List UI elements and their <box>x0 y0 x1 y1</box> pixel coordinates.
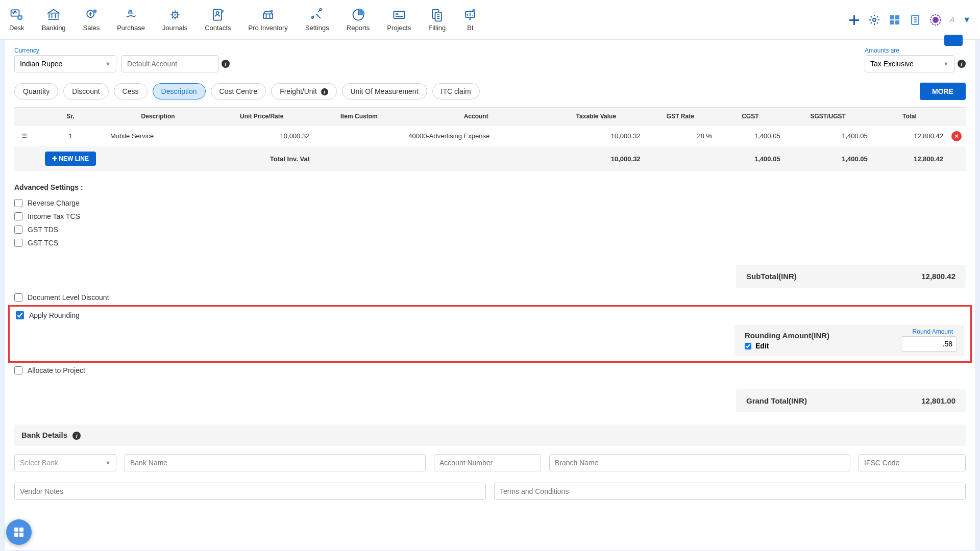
nav-inventory[interactable]: Pro Inventory <box>249 8 288 32</box>
chip-discount[interactable]: Discount <box>63 83 108 99</box>
plus-icon[interactable] <box>848 14 860 26</box>
svg-point-3 <box>93 10 96 13</box>
chevron-down-icon: ▼ <box>943 61 949 67</box>
svg-rect-23 <box>890 20 894 24</box>
th-gst: GST Rate <box>645 108 716 126</box>
svg-rect-24 <box>895 20 899 24</box>
purchase-icon <box>124 8 138 22</box>
cb-gst-tds[interactable]: GST TDS <box>14 223 716 236</box>
clipboard-icon[interactable] <box>909 14 921 26</box>
inventory-icon <box>261 8 275 22</box>
subtotal-card: SubTotal(INR) 12,800.42 <box>736 265 966 288</box>
chip-itc[interactable]: ITC claim <box>432 83 480 99</box>
th-total: Total <box>872 108 947 126</box>
bank-select[interactable]: Select Bank▼ <box>14 454 116 471</box>
cb-doc-discount[interactable]: Document Level Discount <box>14 291 966 304</box>
delete-row-icon[interactable]: ✕ <box>951 131 962 141</box>
svg-rect-28 <box>14 528 18 532</box>
amounts-are-select[interactable]: Tax Exclusive▼ <box>865 55 954 72</box>
sales-icon <box>84 8 99 22</box>
th-taxable: Taxable Value <box>548 108 645 126</box>
amounts-are-label: Amounts are <box>865 47 966 54</box>
main-content: Currency Indian Rupee▼ i Amounts are Tax… <box>5 40 975 550</box>
branch-name-input[interactable] <box>549 454 850 471</box>
svg-rect-21 <box>890 15 894 19</box>
grandtotal-card: Grand Total(INR) 12,801.00 <box>736 389 966 412</box>
th-account: Account <box>404 108 548 126</box>
cb-apply-rounding[interactable]: Apply Rounding <box>16 309 80 322</box>
filling-icon <box>430 8 444 22</box>
chip-freight[interactable]: Freight/Unit i <box>271 83 336 100</box>
nav-filling[interactable]: Filling <box>428 8 446 32</box>
nav-reports[interactable]: Reports <box>347 8 370 32</box>
svg-point-8 <box>216 12 218 14</box>
chip-description[interactable]: Description <box>153 83 206 99</box>
th-unit: Unit Price/Rate <box>210 108 313 126</box>
info-icon[interactable]: i <box>958 60 966 68</box>
chip-costcentre[interactable]: Cost Centre <box>211 83 266 99</box>
cb-gst-tcs[interactable]: GST TCS <box>14 236 716 249</box>
nav-sales[interactable]: Sales <box>83 8 100 32</box>
top-nav: Desk Banking Sales Purchase Journals Con… <box>0 0 980 40</box>
nav-contacts[interactable]: Contacts <box>205 8 231 32</box>
th-cgst: CGST <box>716 108 785 126</box>
cb-reverse-charge[interactable]: Reverse Charge <box>14 196 716 210</box>
bi-icon <box>463 8 477 22</box>
svg-point-11 <box>271 10 273 12</box>
info-icon[interactable]: i <box>222 60 230 68</box>
chip-quantity[interactable]: Quantity <box>14 83 58 99</box>
projects-icon <box>392 8 406 22</box>
nav-left: Desk Banking Sales Purchase Journals Con… <box>9 8 477 32</box>
cb-allocate-project[interactable]: Allocate to Project <box>14 364 966 377</box>
corner-badge <box>944 35 963 46</box>
round-amount-input[interactable] <box>901 336 957 352</box>
bank-icon <box>46 8 61 22</box>
nav-settings[interactable]: Settings <box>305 8 329 32</box>
grid-icon <box>13 526 25 538</box>
nav-projects[interactable]: Projects <box>387 8 411 32</box>
cb-income-tcs[interactable]: Income Tax TCS <box>14 210 716 223</box>
gear-icon[interactable] <box>868 14 880 26</box>
th-custom: Item Custom <box>313 108 404 126</box>
default-account-input[interactable] <box>121 55 218 72</box>
user-initial[interactable]: A <box>950 16 954 23</box>
svg-point-20 <box>873 18 876 21</box>
info-icon: i <box>321 88 328 95</box>
svg-point-19 <box>473 9 475 12</box>
nav-banking[interactable]: Banking <box>42 8 66 32</box>
column-chips: Quantity Discount Cess Description Cost … <box>14 80 966 103</box>
terms-input[interactable] <box>494 483 966 500</box>
nav-journals[interactable]: Journals <box>162 8 187 32</box>
svg-rect-10 <box>263 14 273 18</box>
round-amount-label: Round Amount <box>913 328 953 335</box>
new-line-button[interactable]: ✚ NEW LINE <box>45 152 96 166</box>
desk-icon <box>10 8 24 22</box>
chip-uom[interactable]: Unit Of Measurement <box>342 83 427 99</box>
rounding-card: Round Amount Rounding Amount(INR) Edit <box>734 325 964 356</box>
amounts-are-field: Amounts are Tax Exclusive▼ i <box>865 47 966 72</box>
svg-point-9 <box>221 10 224 12</box>
svg-point-12 <box>320 9 322 11</box>
vendor-notes-input[interactable] <box>14 483 486 500</box>
fab-apps[interactable] <box>6 519 32 545</box>
drag-icon[interactable]: ≡ <box>22 131 28 141</box>
currency-select[interactable]: Indian Rupee▼ <box>14 55 116 72</box>
user-menu-caret[interactable]: ▼ <box>963 15 971 24</box>
more-button[interactable]: MORE <box>920 83 966 100</box>
nav-purchase[interactable]: Purchase <box>117 8 145 32</box>
calculator-icon[interactable] <box>889 14 901 26</box>
nav-bi[interactable]: BI <box>463 8 477 32</box>
bank-name-input[interactable] <box>125 454 426 471</box>
chip-cess[interactable]: Cess <box>114 83 148 99</box>
settings-icon <box>310 8 324 22</box>
nav-desk[interactable]: Desk <box>9 8 24 32</box>
new-badge-icon[interactable] <box>929 14 942 26</box>
currency-label: Currency <box>14 47 116 54</box>
journals-icon <box>168 8 182 22</box>
svg-point-27 <box>933 17 939 23</box>
ifsc-input[interactable] <box>859 454 966 471</box>
info-icon[interactable]: i <box>72 432 81 440</box>
table-row[interactable]: ≡ 1 Mobile Service 10,000.32 40000-Adver… <box>14 126 966 147</box>
account-number-input[interactable] <box>434 454 541 471</box>
svg-point-6 <box>174 14 176 16</box>
